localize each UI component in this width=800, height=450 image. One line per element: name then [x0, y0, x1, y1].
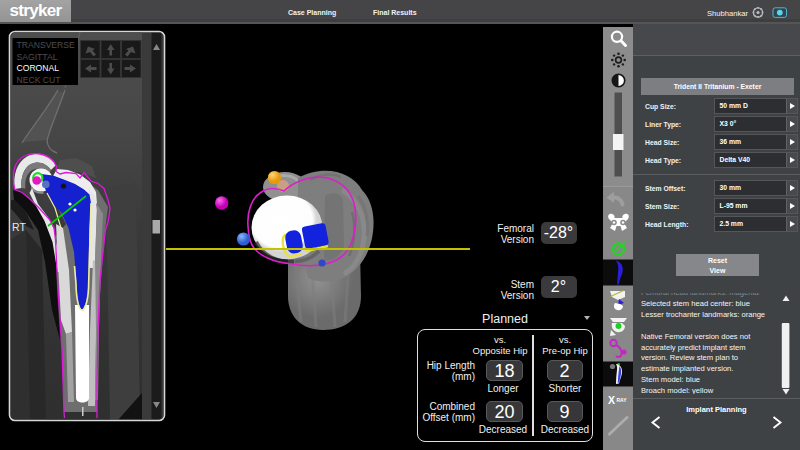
svg-text:RT: RT	[12, 221, 26, 233]
svg-text:NECK CUT: NECK CUT	[17, 75, 62, 85]
svg-text:CORONAL: CORONAL	[17, 63, 60, 73]
svg-text:RAY: RAY	[617, 397, 628, 403]
svg-text:TRANSVERSE: TRANSVERSE	[17, 40, 76, 50]
svg-text:X: X	[608, 394, 615, 406]
svg-text:SAGITTAL: SAGITTAL	[17, 52, 58, 62]
